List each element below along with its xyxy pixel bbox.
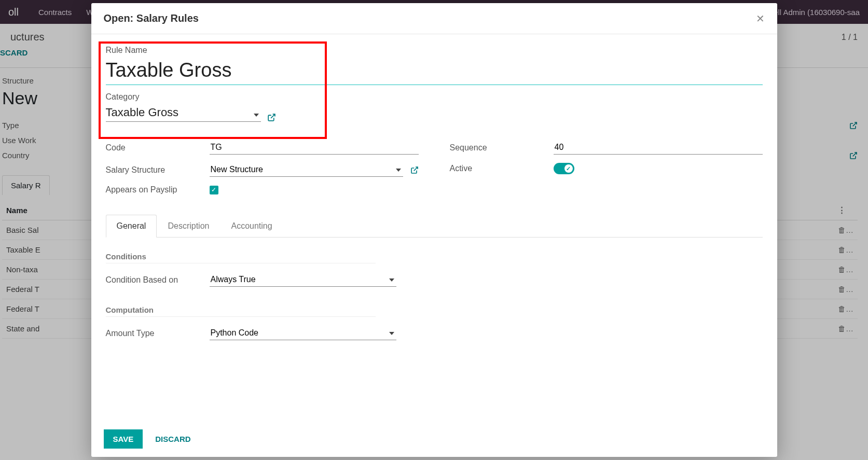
modal-footer: SAVE DISCARD — [91, 421, 777, 457]
tab-accounting[interactable]: Accounting — [220, 215, 283, 238]
computation-section-title: Computation — [106, 305, 763, 314]
modal-title: Open: Salary Rules — [104, 12, 199, 24]
active-toggle[interactable]: ✓ — [554, 163, 574, 174]
condition-based-on-dropdown[interactable] — [210, 273, 396, 287]
close-icon[interactable]: ✕ — [756, 13, 765, 24]
screenshot-highlight — [99, 41, 327, 139]
category-label: Category — [106, 92, 261, 102]
category-external-link-icon[interactable] — [267, 113, 276, 122]
check-icon: ✓ — [564, 164, 573, 173]
appears-on-payslip-checkbox[interactable]: ✓ — [210, 186, 218, 194]
save-button[interactable]: SAVE — [104, 429, 143, 449]
detail-tabs: General Description Accounting — [106, 214, 763, 238]
salary-structure-external-link-icon[interactable] — [410, 165, 419, 175]
appears-on-payslip-label: Appears on Payslip — [106, 185, 204, 194]
tab-description[interactable]: Description — [157, 215, 220, 238]
sequence-label: Sequence — [450, 143, 548, 152]
modal-body: Rule Name Category — [91, 34, 777, 421]
amount-type-label: Amount Type — [106, 329, 204, 338]
category-dropdown[interactable] — [106, 104, 261, 122]
rule-name-label: Rule Name — [106, 46, 763, 55]
svg-line-2 — [271, 114, 275, 118]
amount-type-dropdown[interactable] — [210, 326, 396, 340]
salary-structure-dropdown[interactable] — [210, 163, 403, 177]
modal-overlay: Open: Salary Rules ✕ Rule Name Category — [0, 0, 868, 460]
code-input[interactable] — [210, 141, 419, 155]
rule-name-input[interactable] — [106, 57, 763, 85]
salary-structure-label: Salary Structure — [106, 165, 204, 175]
active-label: Active — [450, 164, 548, 173]
code-label: Code — [106, 143, 204, 152]
tab-general[interactable]: General — [106, 215, 157, 238]
sequence-input[interactable] — [554, 141, 763, 155]
discard-button[interactable]: DISCARD — [155, 435, 190, 443]
condition-based-on-label: Condition Based on — [106, 275, 204, 285]
salary-rule-modal: Open: Salary Rules ✕ Rule Name Category — [91, 3, 777, 457]
svg-line-3 — [414, 167, 417, 171]
conditions-section-title: Conditions — [106, 252, 763, 261]
modal-header: Open: Salary Rules ✕ — [91, 3, 777, 34]
